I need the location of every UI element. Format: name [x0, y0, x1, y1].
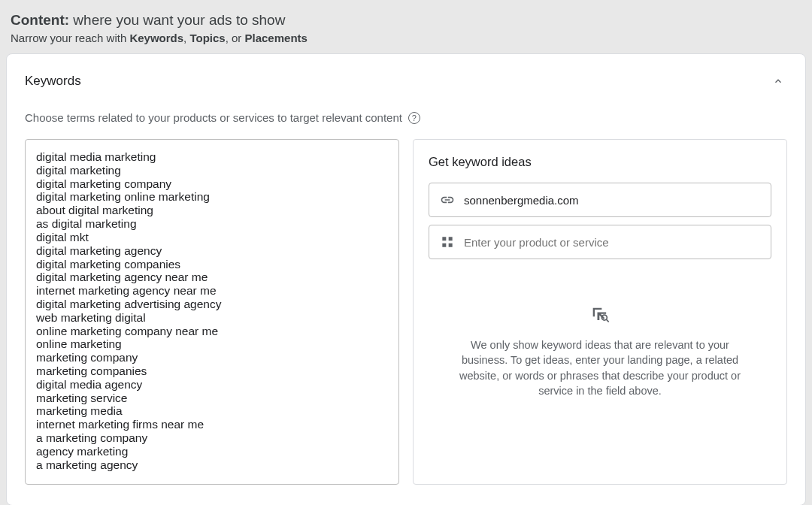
link-icon: [440, 192, 455, 207]
card-head: Keywords: [25, 72, 787, 90]
ideas-title: Get keyword ideas: [429, 155, 771, 169]
header-subtitle: Narrow your reach with Keywords, Topics,…: [11, 32, 806, 44]
content-targeting-header: Content: where you want your ads to show…: [6, 6, 806, 53]
card-subtext-row: Choose terms related to your products or…: [25, 111, 787, 124]
keywords-column: [25, 139, 399, 487]
card-subtext: Choose terms related to your products or…: [25, 111, 402, 124]
header-title: Content: where you want your ads to show: [11, 12, 806, 29]
url-input[interactable]: [464, 194, 760, 207]
keywords-card: Keywords Choose terms related to your pr…: [6, 53, 806, 505]
columns: Get keyword ideas: [25, 139, 787, 487]
ideas-empty-state: We only show keyword ideas that are rele…: [429, 304, 771, 398]
header-title-bold: Content:: [11, 12, 69, 28]
ideas-column: Get keyword ideas: [413, 139, 787, 487]
help-icon[interactable]: ?: [408, 112, 420, 124]
ideas-empty-text: We only show keyword ideas that are rele…: [451, 337, 749, 398]
search-suggestion-icon: [589, 304, 611, 325]
url-input-field[interactable]: [429, 183, 771, 217]
keywords-textarea[interactable]: [25, 139, 399, 485]
svg-line-1: [606, 319, 608, 322]
chevron-up-icon[interactable]: [769, 72, 787, 90]
header-title-rest: where you want your ads to show: [69, 12, 285, 28]
card-title: Keywords: [25, 74, 81, 89]
grid-icon: [440, 234, 455, 249]
keyword-ideas-panel: Get keyword ideas: [413, 139, 787, 485]
product-input-field[interactable]: [429, 225, 771, 259]
product-input[interactable]: [464, 236, 760, 249]
